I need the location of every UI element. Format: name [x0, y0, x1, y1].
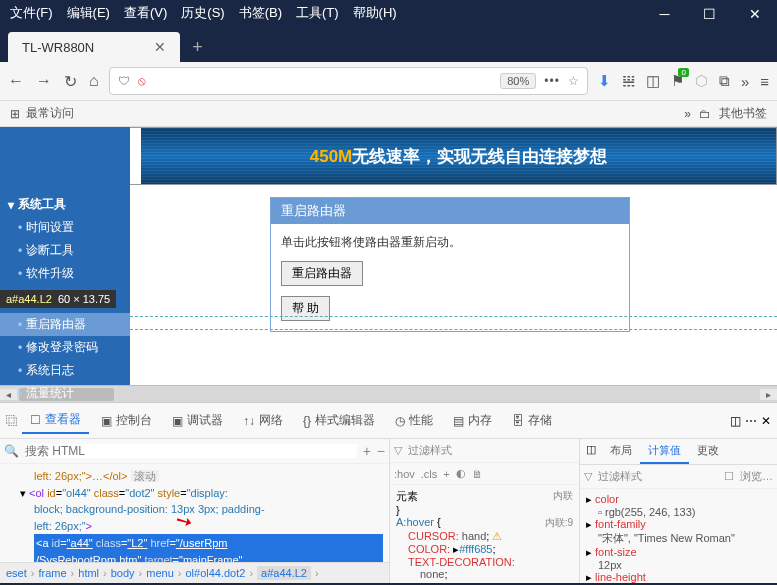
extension-icon[interactable]: ⚑: [671, 72, 684, 90]
url-bar[interactable]: 🛡 ⦸ 80% ••• ☆: [109, 67, 588, 95]
new-tab-button[interactable]: +: [192, 37, 203, 58]
sidebar-item-diag[interactable]: •诊断工具: [0, 239, 130, 262]
menu-icon[interactable]: ≡: [760, 73, 769, 90]
forward-button[interactable]: →: [36, 72, 52, 91]
menu-edit[interactable]: 编辑(E): [67, 4, 110, 22]
tab-bar: TL-WR880N ✕ +: [0, 26, 777, 62]
sidebar-item-reboot[interactable]: •重启路由器: [0, 313, 130, 336]
back-button[interactable]: ←: [8, 72, 24, 91]
bookmarks-bar: ⊞最常访问 »🗀其他书签: [0, 101, 777, 127]
other-bookmarks[interactable]: 其他书签: [719, 105, 767, 122]
tab-console[interactable]: ▣控制台: [93, 408, 160, 433]
tab-inspector[interactable]: ☐查看器: [22, 407, 89, 434]
filter-icon: ▽: [394, 444, 402, 457]
sidebar-item-upgrade[interactable]: •软件升级: [0, 262, 130, 285]
tab-storage[interactable]: 🗄存储: [504, 408, 560, 433]
add-icon[interactable]: +: [363, 443, 371, 459]
tab-styles[interactable]: {}样式编辑器: [295, 408, 383, 433]
reboot-panel: 重启路由器 单击此按钮将使路由器重新启动。 重启路由器 帮 助: [270, 197, 630, 332]
screenshot-icon[interactable]: ⧉: [719, 72, 730, 90]
maximize-button[interactable]: ☐: [687, 0, 732, 28]
tab-memory[interactable]: ▤内存: [445, 408, 500, 433]
bookmark-star-icon[interactable]: ☆: [568, 74, 579, 88]
cls-toggle[interactable]: .cls: [421, 468, 438, 480]
tab-perf[interactable]: ◷性能: [387, 408, 441, 433]
sidebar-item-traffic[interactable]: •流量统计: [0, 382, 130, 405]
print-icon[interactable]: 🗎: [472, 468, 483, 480]
filter2-icon: ▽: [584, 470, 592, 483]
panel-desc: 单击此按钮将使路由器重新启动。: [281, 234, 619, 251]
selected-node[interactable]: <a id="a44" class="L2" href="/userRpm /S…: [34, 534, 383, 562]
sidebar-item-time[interactable]: •时间设置: [0, 216, 130, 239]
menu-tools[interactable]: 工具(T): [296, 4, 339, 22]
shield2-icon[interactable]: ⬡: [695, 72, 708, 90]
inspector-tooltip: a#a44.L260 × 13.75: [0, 290, 116, 308]
library-icon[interactable]: 𝍐: [622, 72, 635, 90]
minimize-button[interactable]: ─: [642, 0, 687, 28]
shield-icon[interactable]: 🛡: [118, 74, 130, 88]
router-sidebar: ▾系统工具 •时间设置 •诊断工具 •软件升级 •重启路由器 •修改登录密码 •…: [0, 127, 130, 385]
frequent-link[interactable]: 最常访问: [26, 105, 74, 122]
overflow2-icon[interactable]: »: [684, 107, 691, 121]
contrast-icon[interactable]: ◐: [456, 467, 466, 480]
devtools: ⿻ ☐查看器 ▣控制台 ▣调试器 ↑↓网络 {}样式编辑器 ◷性能 ▤内存 🗄存…: [0, 402, 777, 583]
tab-close-icon[interactable]: ✕: [154, 39, 166, 55]
panel-title: 重启路由器: [271, 198, 629, 224]
dock-icon[interactable]: ◫: [730, 414, 741, 428]
rules-panel: ▽过滤样式 :hov.cls+◐🗎 元素内联 } A:hover {内联:9 C…: [390, 439, 580, 583]
tab-network[interactable]: ↑↓网络: [235, 408, 291, 433]
tab-title: TL-WR880N: [22, 40, 94, 55]
page-actions-icon[interactable]: •••: [544, 74, 560, 88]
home-button[interactable]: ⌂: [89, 72, 99, 91]
breadcrumb: eset› frame› html› body› menu› ol#ol44.d…: [0, 562, 389, 583]
menu-help[interactable]: 帮助(H): [353, 4, 397, 22]
menu-bookmarks[interactable]: 书签(B): [239, 4, 282, 22]
rtab-layout[interactable]: 布局: [602, 439, 640, 464]
close-button[interactable]: ✕: [732, 0, 777, 28]
search-icon: 🔍: [4, 444, 19, 458]
devtools-close-icon[interactable]: ✕: [761, 414, 771, 428]
overflow-icon[interactable]: »: [741, 73, 749, 90]
blocked-icon: ⦸: [138, 74, 146, 88]
zoom-level[interactable]: 80%: [500, 73, 536, 89]
grid-icon[interactable]: ⊞: [10, 107, 20, 121]
page-content: TP-LINK 450M无线速率，实现无线自由连接梦想 ▾系统工具 •时间设置 …: [0, 127, 777, 385]
reboot-button[interactable]: 重启路由器: [281, 261, 363, 286]
html-tree[interactable]: left: 26px;">…</ol> 滚动 ▾ <ol id="ol44" c…: [0, 464, 389, 562]
downloads-icon[interactable]: ⬇: [598, 72, 611, 90]
html-search-input[interactable]: [25, 444, 357, 458]
folder-icon: 🗀: [699, 107, 711, 121]
sidebar-icon[interactable]: ◫: [646, 72, 660, 90]
rtab-changes[interactable]: 更改: [689, 439, 727, 464]
sidebar-item-log[interactable]: •系统日志: [0, 359, 130, 382]
menu-view[interactable]: 查看(V): [124, 4, 167, 22]
computed-panel: ◫ 布局 计算值 更改 ▽过滤样式☐浏览… ▸ color ▫ rgb(255,…: [580, 439, 777, 583]
html-panel: 🔍 + − left: 26px;">…</ol> 滚动 ▾ <ol id="o…: [0, 439, 390, 583]
nav-toolbar: ← → ↻ ⌂ 🛡 ⦸ 80% ••• ☆ ⬇ 𝍐 ◫ ⚑ ⬡ ⧉ » ≡: [0, 62, 777, 101]
panel-toggle-icon[interactable]: ◫: [580, 439, 602, 464]
tab-debugger[interactable]: ▣调试器: [164, 408, 231, 433]
sidebar-item-password[interactable]: •修改登录密码: [0, 336, 130, 359]
slogan: 450M无线速率，实现无线自由连接梦想: [141, 128, 776, 184]
window-controls: ─ ☐ ✕: [642, 0, 777, 28]
browser-tab[interactable]: TL-WR880N ✕: [8, 32, 180, 62]
devtools-tabs: ⿻ ☐查看器 ▣控制台 ▣调试器 ↑↓网络 {}样式编辑器 ◷性能 ▤内存 🗄存…: [0, 403, 777, 439]
remove-icon[interactable]: −: [377, 443, 385, 459]
reload-button[interactable]: ↻: [64, 72, 77, 91]
hov-toggle[interactable]: :hov: [394, 468, 415, 480]
devtools-menu-icon[interactable]: ⋯: [745, 414, 757, 428]
sidebar-group[interactable]: ▾系统工具: [0, 193, 130, 216]
warning-icon: ⚠: [492, 530, 502, 542]
inspect-icon[interactable]: ⿻: [6, 414, 18, 428]
menu-history[interactable]: 历史(S): [181, 4, 224, 22]
rtab-computed[interactable]: 计算值: [640, 439, 689, 464]
menu-file[interactable]: 文件(F): [10, 4, 53, 22]
highlight-overlay: [130, 316, 777, 330]
